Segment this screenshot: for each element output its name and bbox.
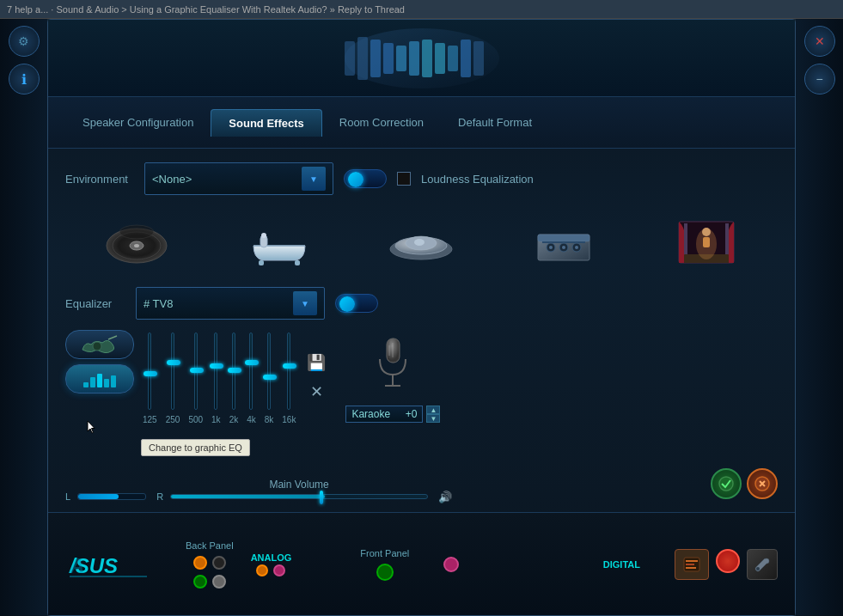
equalizer-dropdown-arrow[interactable]: ▼ (293, 291, 317, 315)
eq-slider-2k-thumb[interactable] (228, 368, 241, 373)
jack-orange-back[interactable] (193, 556, 207, 570)
environment-dropdown-arrow[interactable]: ▼ (302, 167, 326, 191)
equalizer-select[interactable]: # TV8 ▼ (136, 287, 325, 320)
apply-button[interactable] (711, 468, 742, 499)
sound-icon-plate[interactable] (382, 209, 460, 273)
eq-slider-500-track[interactable] (194, 332, 198, 410)
eq-save-button[interactable]: 💾 (304, 351, 328, 375)
eq-slider-250-thumb[interactable] (167, 360, 180, 365)
speaker-image (336, 24, 508, 93)
side-panel-left: ⚙ ℹ (0, 19, 47, 616)
eq-slider-4k-track[interactable] (249, 332, 253, 410)
eq-freq-1k-label: 1k (211, 415, 221, 424)
minimize-icon[interactable]: − (804, 64, 835, 95)
svg-rect-60 (686, 564, 694, 565)
eq-band-16k: 16k (282, 332, 296, 424)
volume-right-label: R (156, 491, 163, 502)
jack-green-back[interactable] (193, 575, 207, 589)
sound-icon-vinyl[interactable] (98, 209, 175, 273)
jack-orange-analog[interactable] (256, 564, 268, 576)
svg-rect-43 (83, 382, 89, 387)
eq-button-graphic[interactable] (65, 364, 134, 393)
cancel-button[interactable] (747, 468, 778, 499)
karaoke-increment[interactable]: ▲ (426, 406, 440, 414)
side-panel-right: ✕ − (796, 19, 843, 616)
eq-slider-1k-track[interactable] (214, 332, 217, 410)
action-buttons (711, 468, 778, 499)
karaoke-decrement[interactable]: ▼ (426, 414, 440, 423)
svg-rect-26 (538, 235, 589, 241)
close-icon[interactable]: ✕ (804, 26, 835, 57)
eq-slider-4k-thumb[interactable] (245, 360, 259, 365)
info-icon[interactable]: ℹ (9, 64, 40, 95)
eq-slider-16k-track[interactable] (287, 332, 290, 410)
digital-label: DIGITAL (603, 559, 640, 570)
equalizer-value: # TV8 (144, 297, 173, 310)
svg-point-18 (261, 233, 266, 238)
eq-clear-button[interactable]: ✕ (304, 380, 328, 404)
equalizer-toggle-knob (339, 296, 355, 312)
karaoke-input[interactable]: Karaoke +0 (345, 406, 423, 423)
svg-rect-10 (461, 40, 471, 77)
svg-rect-1 (345, 41, 355, 76)
asus-logo-area: /SUS A (65, 547, 151, 582)
eq-slider-2k-track[interactable] (232, 332, 235, 410)
eq-slider-125-thumb[interactable] (144, 371, 157, 376)
eq-freq-16k-label: 16k (282, 415, 296, 424)
svg-rect-59 (686, 560, 698, 562)
svg-rect-44 (90, 377, 95, 387)
sound-icon-bathtub[interactable] (241, 209, 318, 273)
volume-main-track[interactable] (170, 494, 428, 499)
svg-rect-38 (703, 237, 710, 247)
eq-section: 125 250 500 (65, 330, 778, 442)
eq-band-2k: 2k (229, 332, 239, 424)
volume-main-track-container: Main Volume (170, 494, 428, 499)
jack-gray-back[interactable] (212, 575, 226, 589)
jack-pink-analog[interactable] (273, 564, 285, 576)
eq-freq-125-label: 125 (143, 415, 157, 424)
eq-slider-8k-thumb[interactable] (263, 375, 277, 380)
svg-rect-20 (295, 260, 300, 265)
svg-line-42 (108, 336, 117, 339)
environment-label: Environment (65, 173, 134, 186)
environment-toggle[interactable] (344, 169, 387, 188)
jack-pink-front[interactable] (443, 557, 459, 572)
eq-band-250: 250 (166, 332, 180, 424)
karaoke-control: Karaoke +0 ▲ ▼ (345, 406, 440, 423)
equalizer-row: Equalizer # TV8 ▼ (65, 287, 778, 320)
eq-band-500: 500 (188, 332, 203, 424)
eq-slider-8k-track[interactable] (267, 332, 271, 410)
eq-button-music[interactable] (65, 330, 134, 359)
eq-slider-125-track[interactable] (148, 332, 151, 410)
tab-speaker-config[interactable]: Speaker Configuration (65, 109, 211, 136)
eq-sliders: 125 250 500 (143, 330, 296, 442)
loudness-checkbox[interactable] (397, 172, 411, 186)
analog-label: ANALOG (251, 552, 292, 563)
svg-point-41 (93, 342, 101, 351)
tab-sound-effects[interactable]: Sound Effects (211, 109, 321, 137)
volume-thumb[interactable] (320, 491, 323, 504)
jack-green-front[interactable] (376, 564, 394, 581)
sound-icon-stage[interactable] (525, 209, 602, 273)
eq-slider-16k-thumb[interactable] (283, 363, 296, 369)
back-panel-label: Back Panel (186, 540, 234, 551)
front-analog-jack (443, 557, 459, 572)
svg-text:A: A (69, 554, 84, 577)
bottom-bar: /SUS A Back Panel ANALOG (48, 512, 795, 615)
settings-icon[interactable]: ⚙ (9, 26, 40, 57)
svg-point-37 (702, 228, 711, 236)
front-panel-section: Front Panel (360, 548, 409, 581)
config-wrench-icon[interactable] (747, 549, 778, 580)
tab-room-correction[interactable]: Room Correction (322, 109, 441, 136)
equalizer-toggle[interactable] (335, 294, 378, 313)
sound-icon-theater[interactable] (668, 209, 745, 273)
eq-mode-buttons (65, 330, 134, 442)
settings-panel-icon[interactable] (675, 549, 709, 580)
tab-default-format[interactable]: Default Format (441, 109, 549, 136)
jack-black-back[interactable] (212, 556, 226, 570)
eq-slider-250-track[interactable] (171, 332, 174, 410)
environment-select[interactable]: <None> ▼ (144, 162, 333, 195)
output-jack-icon[interactable] (716, 549, 740, 573)
eq-slider-1k-thumb[interactable] (210, 363, 223, 369)
eq-slider-500-thumb[interactable] (190, 368, 204, 373)
